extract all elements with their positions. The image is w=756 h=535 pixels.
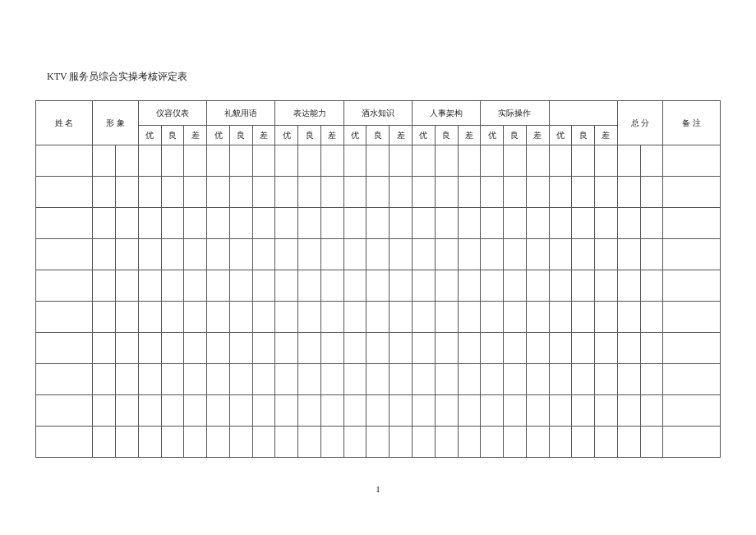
empty-cell: [435, 302, 458, 333]
empty-cell: [252, 395, 275, 427]
empty-cell: [663, 239, 721, 270]
empty-cell: [116, 177, 139, 208]
empty-cell: [526, 239, 549, 270]
empty-cell: [481, 302, 504, 333]
empty-cell: [663, 302, 721, 333]
empty-cell: [572, 302, 595, 333]
empty-cell: [275, 395, 298, 427]
hdr-politeness: 礼貌用语: [207, 101, 275, 126]
sub-grade: 优: [138, 126, 161, 145]
empty-cell: [526, 177, 549, 208]
empty-cell: [161, 364, 184, 395]
empty-cell: [526, 270, 549, 302]
empty-cell: [390, 270, 413, 302]
empty-cell: [343, 364, 366, 395]
empty-cell: [298, 395, 321, 427]
hdr-wine: 酒水知识: [343, 101, 412, 126]
empty-cell: [93, 333, 116, 364]
sub-grade: 优: [343, 126, 366, 145]
empty-cell: [252, 427, 275, 458]
empty-cell: [36, 145, 93, 177]
sub-grade: 差: [252, 126, 275, 145]
empty-cell: [595, 145, 618, 177]
empty-cell: [93, 239, 116, 270]
empty-cell: [595, 395, 618, 427]
empty-cell: [298, 177, 321, 208]
empty-cell: [458, 177, 481, 208]
empty-cell: [640, 364, 663, 395]
empty-cell: [526, 208, 549, 239]
empty-cell: [435, 364, 458, 395]
empty-cell: [663, 270, 721, 302]
document-title: KTV 服务员综合实操考核评定表: [35, 70, 721, 84]
empty-cell: [549, 333, 572, 364]
empty-cell: [252, 270, 275, 302]
empty-cell: [617, 427, 640, 458]
empty-cell: [207, 177, 230, 208]
table-row: [36, 302, 721, 333]
empty-cell: [526, 427, 549, 458]
empty-cell: [207, 270, 230, 302]
empty-cell: [617, 145, 640, 177]
empty-cell: [93, 208, 116, 239]
empty-cell: [481, 270, 504, 302]
empty-cell: [663, 208, 721, 239]
sub-grade: 差: [526, 126, 549, 145]
empty-cell: [366, 302, 390, 333]
empty-cell: [549, 239, 572, 270]
empty-cell: [413, 239, 436, 270]
empty-cell: [184, 177, 207, 208]
empty-cell: [366, 145, 390, 177]
empty-cell: [390, 364, 413, 395]
empty-cell: [138, 208, 161, 239]
empty-cell: [298, 208, 321, 239]
table-row: [36, 364, 721, 395]
sub-grade: 良: [366, 126, 390, 145]
empty-cell: [184, 364, 207, 395]
hdr-appearance: 仪容仪表: [138, 101, 206, 126]
sub-grade: 优: [275, 126, 298, 145]
empty-cell: [413, 177, 436, 208]
sub-grade: 差: [184, 126, 207, 145]
empty-cell: [320, 270, 343, 302]
empty-cell: [413, 270, 436, 302]
empty-cell: [116, 239, 139, 270]
empty-cell: [229, 395, 252, 427]
empty-cell: [572, 145, 595, 177]
empty-cell: [275, 239, 298, 270]
empty-cell: [617, 333, 640, 364]
empty-cell: [36, 395, 93, 427]
empty-cell: [161, 427, 184, 458]
empty-cell: [595, 270, 618, 302]
empty-cell: [320, 364, 343, 395]
empty-cell: [504, 333, 527, 364]
empty-cell: [390, 208, 413, 239]
empty-cell: [252, 145, 275, 177]
empty-cell: [413, 302, 436, 333]
empty-cell: [458, 302, 481, 333]
empty-cell: [366, 333, 390, 364]
empty-cell: [526, 302, 549, 333]
hdr-image: 形 象: [93, 101, 139, 145]
empty-cell: [184, 208, 207, 239]
empty-cell: [116, 145, 139, 177]
empty-cell: [252, 177, 275, 208]
empty-cell: [229, 239, 252, 270]
empty-cell: [116, 333, 139, 364]
empty-cell: [526, 333, 549, 364]
page-number: 1: [376, 484, 380, 494]
empty-cell: [343, 177, 366, 208]
empty-cell: [526, 395, 549, 427]
empty-cell: [229, 270, 252, 302]
empty-cell: [458, 333, 481, 364]
empty-cell: [435, 270, 458, 302]
empty-cell: [595, 333, 618, 364]
empty-cell: [481, 333, 504, 364]
sub-grade: 优: [549, 126, 572, 145]
empty-cell: [184, 333, 207, 364]
empty-cell: [275, 177, 298, 208]
empty-cell: [504, 177, 527, 208]
empty-cell: [504, 395, 527, 427]
empty-cell: [572, 208, 595, 239]
empty-cell: [595, 208, 618, 239]
